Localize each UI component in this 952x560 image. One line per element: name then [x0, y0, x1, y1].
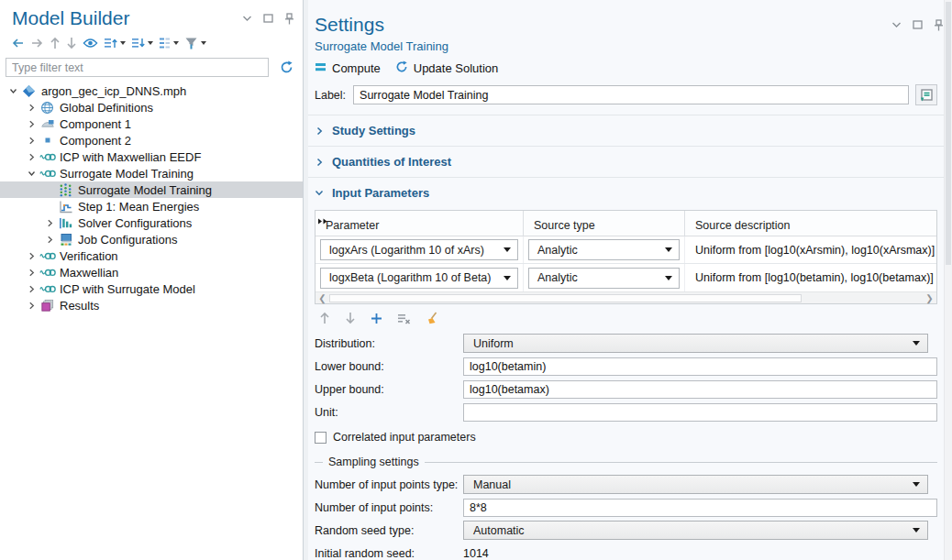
- filter-input[interactable]: [6, 58, 269, 77]
- move-up-icon[interactable]: [48, 35, 62, 51]
- expand-tree-icon[interactable]: [102, 35, 127, 51]
- scroll-left-icon[interactable]: ❮: [315, 293, 329, 303]
- solver-config-icon: [57, 215, 74, 230]
- tree-item[interactable]: Component 1: [0, 115, 303, 132]
- label-caption: Label:: [315, 89, 346, 102]
- move-down-icon[interactable]: [343, 311, 358, 325]
- number-of-input-points-type-select[interactable]: Manual: [463, 475, 928, 494]
- tree-item[interactable]: Component 2: [0, 132, 303, 148]
- random-seed-type-select[interactable]: Automatic: [463, 521, 928, 540]
- section-study-settings[interactable]: Study Settings: [308, 115, 952, 146]
- maximize-icon[interactable]: [261, 12, 274, 25]
- tree-item[interactable]: argon_gec_icp_DNNS.mph: [0, 82, 303, 99]
- settings-window-icons: [890, 18, 945, 31]
- rename-button[interactable]: [915, 84, 937, 105]
- tree-item[interactable]: Verification: [0, 247, 303, 264]
- pin-icon[interactable]: [932, 18, 945, 31]
- field-row: Random seed type:Automatic: [315, 521, 937, 540]
- chevron-right-icon[interactable]: [24, 120, 39, 128]
- lower-bound-input[interactable]: [463, 357, 937, 376]
- label-input[interactable]: [353, 85, 909, 104]
- scroll-right-icon[interactable]: ❯: [923, 293, 936, 303]
- column-header[interactable]: Parameter: [315, 211, 524, 236]
- move-down-icon[interactable]: [64, 35, 79, 51]
- upper-bound-input[interactable]: [463, 380, 937, 399]
- chevron-right-icon[interactable]: [24, 269, 39, 277]
- tree-item[interactable]: Surrogate Model Training: [0, 165, 303, 181]
- chevron-right-icon[interactable]: [42, 236, 57, 244]
- add-icon[interactable]: [369, 311, 384, 325]
- tree-item[interactable]: Solver Configurations: [0, 214, 303, 231]
- chevron-right-icon[interactable]: [24, 285, 39, 293]
- collapse-tree-icon[interactable]: [129, 35, 155, 51]
- parameter-select[interactable]: logxArs (Logarithm 10 of xArs): [320, 239, 518, 260]
- section-input-parameters[interactable]: Input Parameters: [308, 177, 952, 208]
- unit-input[interactable]: [463, 403, 937, 422]
- table-row: logxArs (Logarithm 10 of xArs)AnalyticUn…: [315, 236, 936, 264]
- vertical-scrollbar-thumb[interactable]: [946, 2, 951, 265]
- column-header[interactable]: Source type: [524, 211, 685, 236]
- field-label: Random seed type:: [315, 524, 463, 537]
- tree-item[interactable]: Global Definitions: [0, 99, 303, 115]
- parameter-select[interactable]: logxBeta (Logarithm 10 of Beta): [320, 268, 518, 289]
- filter-funnel-icon[interactable]: [183, 35, 208, 51]
- static-value: 1014: [463, 547, 489, 560]
- distribution-select[interactable]: Uniform: [463, 334, 928, 353]
- section-quantities-of-interest[interactable]: Quantities of Interest: [308, 146, 952, 177]
- chevron-right-icon[interactable]: [24, 137, 39, 145]
- scrollbar-thumb[interactable]: [329, 294, 802, 302]
- maximize-icon[interactable]: [911, 18, 924, 31]
- tree-item[interactable]: Job Configurations: [0, 231, 303, 247]
- parameters-table: ParameterSource typeSource description l…: [315, 210, 937, 304]
- tree-item[interactable]: ICP with Maxwellian EEDF: [0, 148, 303, 165]
- chevron-right-icon[interactable]: [24, 302, 39, 310]
- label-row: Label:: [315, 84, 937, 105]
- tree-item-label: Step 1: Mean Energies: [78, 200, 199, 214]
- delete-entry-icon[interactable]: [395, 311, 413, 325]
- correlated-checkbox[interactable]: [315, 432, 327, 444]
- horizontal-scrollbar[interactable]: ❮ ❯: [315, 291, 936, 303]
- update-solution-button[interactable]: Update Solution: [395, 60, 499, 76]
- dropdown-caret-icon[interactable]: [173, 41, 179, 45]
- tree-item-label: Surrogate Model Training: [60, 167, 194, 181]
- forward-arrow-icon[interactable]: [28, 35, 46, 51]
- chevron-right-icon[interactable]: [24, 252, 39, 260]
- correlated-checkbox-row[interactable]: Correlated input parameters: [315, 428, 937, 446]
- vertical-scrollbar[interactable]: [944, 0, 952, 560]
- chevron-down-icon[interactable]: [6, 87, 20, 95]
- node-text-icon[interactable]: [157, 35, 181, 51]
- dropdown-caret-icon[interactable]: [148, 41, 153, 45]
- pin-icon[interactable]: [282, 12, 295, 25]
- chevron-down-icon: [665, 247, 672, 252]
- table-corner-icon[interactable]: [318, 214, 328, 227]
- dropdown-caret-icon[interactable]: [201, 41, 206, 45]
- chevron-down-icon[interactable]: [24, 170, 39, 178]
- tree-item[interactable]: Maxwellian: [0, 264, 303, 280]
- chevron-right-icon[interactable]: [24, 153, 39, 161]
- chevron-right-icon: [315, 158, 324, 167]
- clear-table-icon[interactable]: [424, 311, 440, 325]
- breadcrumb[interactable]: Surrogate Model Training: [315, 39, 448, 53]
- chevron-down-icon[interactable]: [240, 12, 253, 25]
- chevron-right-icon[interactable]: [24, 104, 39, 112]
- tree-item-label: Surrogate Model Training: [78, 183, 212, 197]
- tree-item[interactable]: ICP with Surrugate Model: [0, 280, 303, 297]
- show-eye-icon[interactable]: [81, 35, 100, 51]
- tree-item-label: Verification: [60, 249, 118, 263]
- refresh-icon[interactable]: [278, 60, 295, 76]
- move-up-icon[interactable]: [317, 311, 332, 325]
- source-description-cell: Uniform from [log10(betamin), log10(beta…: [685, 264, 936, 291]
- tree-item[interactable]: Surrogate Model Training: [0, 181, 303, 198]
- source-type-select[interactable]: Analytic: [528, 268, 680, 289]
- chevron-down-icon[interactable]: [890, 18, 902, 31]
- dropdown-caret-icon[interactable]: [120, 41, 126, 45]
- column-header[interactable]: Source description: [685, 211, 936, 236]
- back-arrow-icon[interactable]: [9, 35, 27, 51]
- tree-item-label: Maxwellian: [60, 266, 118, 280]
- chevron-right-icon[interactable]: [42, 219, 57, 227]
- tree-item[interactable]: Results: [0, 297, 303, 313]
- number-of-input-points-input[interactable]: [463, 499, 937, 517]
- compute-button[interactable]: Compute: [315, 61, 381, 75]
- tree-item[interactable]: Step 1: Mean Energies: [0, 198, 303, 214]
- source-type-select[interactable]: Analytic: [528, 239, 680, 260]
